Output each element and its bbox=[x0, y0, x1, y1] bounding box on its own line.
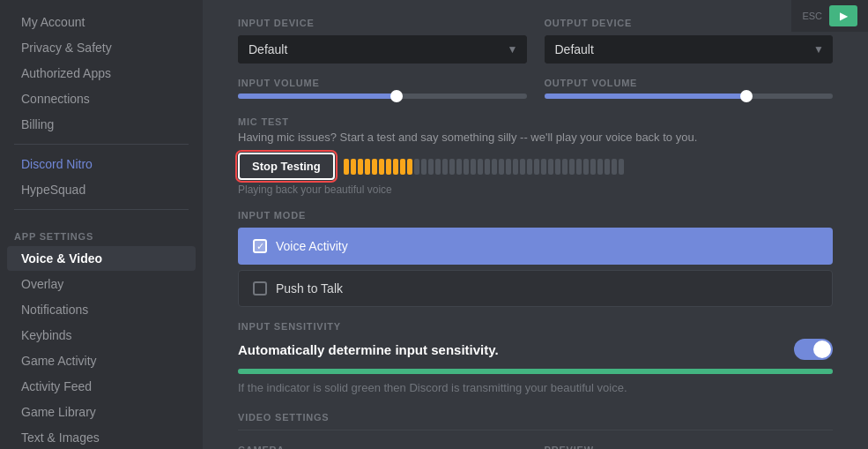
output-volume-thumb[interactable] bbox=[740, 90, 753, 102]
sidebar-item-overlay[interactable]: Overlay bbox=[7, 272, 196, 296]
sidebar-item-voice-video[interactable]: Voice & Video bbox=[7, 246, 196, 271]
mic-test-row: Stop Testing bbox=[238, 153, 833, 180]
mic-bar-11 bbox=[421, 159, 427, 175]
sidebar-item-activity-feed[interactable]: Activity Feed bbox=[7, 374, 196, 399]
mic-test-label: MIC TEST bbox=[238, 116, 833, 127]
stop-testing-button[interactable]: Stop Testing bbox=[238, 153, 335, 180]
input-sensitivity-label: INPUT SENSITIVITY bbox=[238, 321, 833, 332]
output-volume-fill bbox=[545, 94, 746, 99]
mic-bar-4 bbox=[372, 159, 377, 175]
sidebar-item-authorized-apps[interactable]: Authorized Apps bbox=[7, 61, 196, 86]
sensitivity-row: Automatically determine input sensitivit… bbox=[238, 339, 833, 360]
sensitivity-bar-fill bbox=[238, 369, 833, 374]
sidebar-item-keybinds[interactable]: Keybinds bbox=[7, 323, 196, 348]
mic-bar-0 bbox=[344, 159, 349, 175]
sidebar-item-connections[interactable]: Connections bbox=[7, 86, 196, 111]
output-volume-label: OUTPUT VOLUME bbox=[545, 78, 834, 88]
camera-row: CAMERA No Video Devices ▼ PREVIEW ⬋ bbox=[238, 445, 833, 449]
mic-bar-37 bbox=[605, 159, 610, 175]
sidebar-item-notifications[interactable]: Notifications bbox=[7, 297, 196, 322]
preview-col: PREVIEW ⬋ bbox=[545, 445, 834, 449]
mic-bar-12 bbox=[428, 159, 434, 175]
push-to-talk-label: Push to Talk bbox=[276, 281, 343, 296]
volume-row: INPUT VOLUME OUTPUT VOLUME bbox=[238, 78, 833, 99]
sidebar: My AccountPrivacy & SafetyAuthorized App… bbox=[0, 0, 203, 449]
push-to-talk-checkbox[interactable] bbox=[253, 281, 267, 296]
input-mode-label: INPUT MODE bbox=[238, 210, 833, 221]
top-right-bar: ESC bbox=[791, 0, 868, 32]
sensitivity-hint: If the indicator is solid green then Dis… bbox=[238, 381, 833, 394]
sidebar-item-text-images[interactable]: Text & Images bbox=[7, 425, 196, 449]
mic-bar-3 bbox=[365, 159, 370, 175]
output-device-col: OUTPUT DEVICE Default ▼ bbox=[545, 18, 834, 64]
sidebar-item-billing[interactable]: Billing bbox=[7, 112, 196, 137]
sidebar-divider-2 bbox=[14, 209, 189, 210]
output-volume-col: OUTPUT VOLUME bbox=[545, 78, 834, 99]
mic-bar-25 bbox=[520, 159, 525, 175]
main-content: INPUT DEVICE Default ▼ OUTPUT DEVICE Def… bbox=[203, 0, 868, 449]
mic-bar-6 bbox=[386, 159, 391, 175]
voice-activity-label: Voice Activity bbox=[276, 239, 348, 253]
input-volume-thumb[interactable] bbox=[390, 90, 403, 102]
mic-bar-16 bbox=[456, 159, 462, 175]
camera-col: CAMERA No Video Devices ▼ bbox=[238, 445, 527, 449]
output-device-select-wrapper: Default ▼ bbox=[545, 35, 834, 64]
mic-bar-9 bbox=[407, 159, 412, 175]
mic-bar-19 bbox=[478, 159, 483, 175]
sensitivity-bar-track bbox=[238, 369, 833, 374]
mic-bar-8 bbox=[400, 159, 405, 175]
input-volume-fill bbox=[238, 94, 397, 99]
mic-bar-13 bbox=[435, 159, 441, 175]
push-to-talk-option[interactable]: Push to Talk bbox=[238, 270, 833, 307]
voice-activity-option[interactable]: Voice Activity bbox=[238, 228, 833, 265]
device-row: INPUT DEVICE Default ▼ OUTPUT DEVICE Def… bbox=[238, 18, 833, 64]
auto-sensitivity-toggle[interactable] bbox=[794, 339, 833, 360]
sidebar-divider-1 bbox=[14, 144, 189, 145]
mic-bar-27 bbox=[534, 159, 539, 175]
sidebar-item-my-account[interactable]: My Account bbox=[7, 10, 196, 34]
mic-bar-15 bbox=[449, 159, 455, 175]
sidebar-item-game-library[interactable]: Game Library bbox=[7, 400, 196, 424]
mic-bar-36 bbox=[597, 159, 603, 175]
mic-bar-30 bbox=[555, 159, 560, 175]
voice-activity-checkbox[interactable] bbox=[253, 239, 267, 253]
input-device-select-wrapper: Default ▼ bbox=[238, 35, 527, 64]
sidebar-item-game-activity[interactable]: Game Activity bbox=[7, 348, 196, 373]
auto-sensitivity-text: Automatically determine input sensitivit… bbox=[238, 342, 499, 357]
mic-bar-28 bbox=[541, 159, 546, 175]
input-device-select[interactable]: Default bbox=[238, 35, 527, 64]
mic-bar-18 bbox=[471, 159, 476, 175]
output-volume-track[interactable] bbox=[545, 94, 834, 99]
sidebar-item-hypesquad[interactable]: HypeSquad bbox=[7, 177, 196, 202]
mic-bar-31 bbox=[562, 159, 568, 175]
play-button[interactable] bbox=[829, 5, 857, 26]
input-volume-col: INPUT VOLUME bbox=[238, 78, 527, 99]
sidebar-item-discord-nitro[interactable]: Discord Nitro bbox=[7, 152, 196, 176]
mic-bar-1 bbox=[351, 159, 356, 175]
output-device-label: OUTPUT DEVICE bbox=[545, 18, 834, 28]
toggle-knob bbox=[813, 340, 831, 358]
playing-back-text: Playing back your beautiful voice bbox=[238, 183, 833, 196]
mic-bar-17 bbox=[464, 159, 469, 175]
mic-bar-7 bbox=[393, 159, 398, 175]
mic-meter bbox=[344, 159, 833, 175]
mic-bar-39 bbox=[619, 159, 624, 175]
mic-bar-20 bbox=[485, 159, 490, 175]
input-device-label: INPUT DEVICE bbox=[238, 18, 527, 28]
sidebar-item-privacy-safety[interactable]: Privacy & Safety bbox=[7, 35, 196, 60]
mic-bar-26 bbox=[527, 159, 532, 175]
mic-bar-24 bbox=[513, 159, 518, 175]
mic-bar-14 bbox=[442, 159, 448, 175]
esc-label[interactable]: ESC bbox=[802, 11, 822, 21]
mic-bar-32 bbox=[569, 159, 575, 175]
input-volume-track[interactable] bbox=[238, 94, 527, 99]
mic-bar-38 bbox=[612, 159, 617, 175]
mic-bar-29 bbox=[548, 159, 553, 175]
mic-bar-23 bbox=[506, 159, 511, 175]
output-device-select[interactable]: Default bbox=[545, 35, 834, 64]
mic-bar-34 bbox=[583, 159, 589, 175]
input-device-col: INPUT DEVICE Default ▼ bbox=[238, 18, 527, 64]
app-settings-header: APP SETTINGS bbox=[0, 217, 203, 245]
mic-bar-5 bbox=[379, 159, 384, 175]
camera-label: CAMERA bbox=[238, 445, 527, 449]
